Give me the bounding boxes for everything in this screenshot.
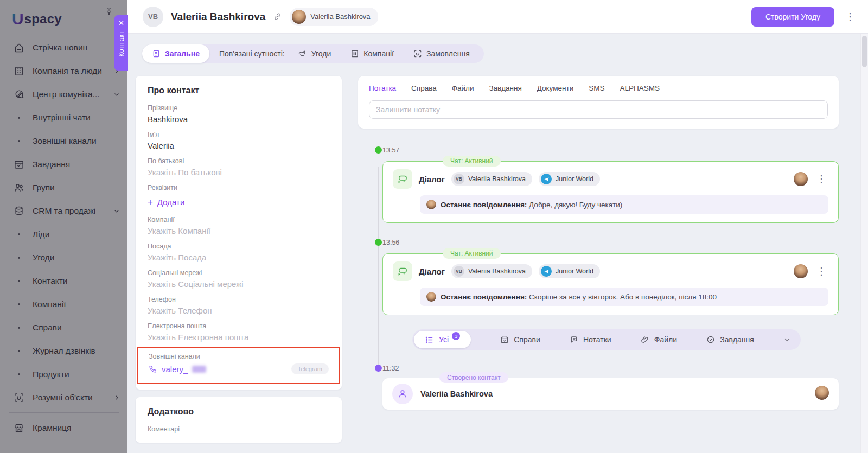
additional-card: Додатково Коментарі xyxy=(136,397,342,443)
contact-ribbon-tab[interactable]: ✕ Контакт xyxy=(114,15,128,71)
last-message-text: Добре, дякую! Буду чекати) xyxy=(529,201,622,209)
contact-chip[interactable]: VB Valeriia Bashkirova xyxy=(451,264,532,278)
created-contact-card[interactable]: Створено контакт Valeriia Bashkirova xyxy=(382,378,839,410)
field-label: Ім'я xyxy=(148,131,330,138)
create-deal-button[interactable]: Створити Угоду xyxy=(751,7,834,27)
field-placeholder: Укажіть Телефон xyxy=(148,306,330,315)
composer-tab-note[interactable]: Нотатка xyxy=(369,84,396,92)
field-label: Прізвище xyxy=(148,104,330,112)
activity-feed: Нотатка Справа Файли Завдання Документи … xyxy=(358,76,839,410)
field-position[interactable]: Посада Укажіть Посада xyxy=(148,243,330,262)
field-companies[interactable]: Компанії Укажіть Компанії xyxy=(148,216,330,235)
ribbon-label: Контакт xyxy=(118,31,125,57)
chat-card[interactable]: Чат: Активний Діалог VB Valeriia Bashkir… xyxy=(382,253,839,315)
feed-entry-created: 11:32 Створено контакт Valeriia Bashkiro… xyxy=(358,363,839,410)
avatar xyxy=(426,200,436,209)
more-options-icon[interactable]: ⋮ xyxy=(814,264,828,278)
note-input[interactable] xyxy=(369,100,828,119)
chat-type: Діалог xyxy=(419,267,445,276)
linked-contact-chip[interactable]: Valeriia Bashkirova xyxy=(290,8,378,26)
sidebar: U spacy Стрічка новин Компанія та люди Ц… xyxy=(0,0,127,453)
phone-icon xyxy=(149,365,157,373)
document-icon xyxy=(152,49,161,58)
field-social[interactable]: Соціальні мережі Укажіть Соціальні мереж… xyxy=(148,269,330,289)
tab-companies[interactable]: Компанії xyxy=(341,44,404,63)
external-channels-highlight-box: Зовнішні канали valery_ Telegram xyxy=(137,347,340,384)
calendar-icon xyxy=(500,335,509,344)
chat-card[interactable]: Чат: Активний Діалог VB Valeriia Bashkir… xyxy=(382,161,839,223)
vertical-scrollbar[interactable] xyxy=(860,34,868,453)
filter-all[interactable]: Усі 3 xyxy=(414,331,471,348)
composer-tab-alphasms[interactable]: ALPHASMS xyxy=(620,84,660,92)
channel-chip[interactable]: Junior World xyxy=(539,264,600,278)
timeline-dot-green xyxy=(375,146,382,154)
composer-tab-sms[interactable]: SMS xyxy=(589,84,604,92)
building-icon xyxy=(350,49,359,58)
contact-details-column: Про контакт Прізвище Bashkirova Ім'я Val… xyxy=(136,76,342,443)
card-title: Додатково xyxy=(148,407,330,417)
filter-files[interactable]: Файли xyxy=(641,335,677,344)
filter-label: Усі xyxy=(439,335,449,344)
composer-tab-documents[interactable]: Документи xyxy=(537,84,573,92)
note-icon xyxy=(570,335,578,344)
chevron-down-icon[interactable] xyxy=(783,336,791,343)
field-label: Посада xyxy=(148,243,330,250)
related-entities-label: Пов'язані сутності: xyxy=(209,44,288,63)
composer-tab-files[interactable]: Файли xyxy=(452,84,474,92)
last-message-label: Останнє повідомлення: xyxy=(441,293,527,301)
scrollbar-thumb[interactable] xyxy=(862,36,867,67)
field-phone[interactable]: Телефон Укажіть Телефон xyxy=(148,296,330,315)
field-middle-name[interactable]: По батькові Укажіть По батькові xyxy=(148,157,330,177)
contact-chip[interactable]: VB Valeriia Bashkirova xyxy=(451,172,532,186)
channel-chip[interactable]: Junior World xyxy=(539,172,600,186)
tab-label: Замовлення xyxy=(426,49,470,58)
check-circle-icon xyxy=(706,335,715,344)
avatar xyxy=(292,10,306,24)
close-icon[interactable]: ✕ xyxy=(118,20,124,27)
chat-bubbles-icon xyxy=(393,261,412,281)
filter-tasks[interactable]: Завдання xyxy=(706,335,754,344)
chat-bubbles-icon xyxy=(393,169,412,189)
field-label: Коментарі xyxy=(148,425,330,433)
composer-tab-activity[interactable]: Справа xyxy=(411,84,437,92)
filter-activities[interactable]: Справи xyxy=(500,335,540,344)
field-requisites: Реквізити + Додати xyxy=(148,184,330,209)
external-channel-link[interactable]: valery_ xyxy=(149,365,206,374)
entry-time: 11:32 xyxy=(382,365,399,372)
tab-label: Загальне xyxy=(165,49,200,58)
telegram-icon xyxy=(541,266,552,277)
field-first-name[interactable]: Ім'я Valeriia xyxy=(148,131,330,150)
about-contact-card: Про контакт Прізвище Bashkirova Ім'я Val… xyxy=(136,76,342,390)
contact-chip-name: Valeriia Bashkirova xyxy=(468,175,526,183)
paperclip-icon xyxy=(641,335,649,344)
entry-time: 13:57 xyxy=(382,146,399,154)
scan-icon xyxy=(413,49,422,58)
created-contact-name: Valeriia Bashkirova xyxy=(420,390,493,398)
avatar xyxy=(815,386,829,400)
field-label: Реквізити xyxy=(148,184,330,192)
add-label: Додати xyxy=(157,197,184,207)
composer-card: Нотатка Справа Файли Завдання Документи … xyxy=(358,76,839,129)
entity-tabbar: Загальне Пов'язані сутності: Угоди Компа… xyxy=(142,44,484,63)
field-last-name[interactable]: Прізвище Bashkirova xyxy=(148,104,330,124)
chat-status-badge: Чат: Активний xyxy=(443,156,501,167)
more-options-icon[interactable]: ⋮ xyxy=(843,10,857,24)
composer-tab-task[interactable]: Завдання xyxy=(489,84,521,92)
field-value: Bashkirova xyxy=(148,114,330,124)
add-requisites-button[interactable]: + Додати xyxy=(148,197,184,207)
tab-general[interactable]: Загальне xyxy=(142,44,209,63)
tab-label: Угоди xyxy=(311,49,331,58)
field-label: По батькові xyxy=(148,157,330,165)
field-email[interactable]: Електронна пошта Укажіть Електронна пошт… xyxy=(148,322,330,342)
field-value: Valeriia xyxy=(148,141,330,150)
link-icon[interactable] xyxy=(273,12,282,21)
count-badge: 3 xyxy=(452,332,460,340)
field-label: Компанії xyxy=(148,216,330,224)
more-options-icon[interactable]: ⋮ xyxy=(814,172,828,186)
filter-notes[interactable]: Нотатки xyxy=(570,335,611,344)
tab-deals[interactable]: Угоди xyxy=(288,44,341,63)
feed-filterbar: Усі 3 Справи Нотатки xyxy=(412,329,801,350)
tab-orders[interactable]: Замовлення xyxy=(404,44,480,63)
timeline-dot-green xyxy=(375,239,382,246)
linked-contact-name: Valeriia Bashkirova xyxy=(310,12,370,21)
